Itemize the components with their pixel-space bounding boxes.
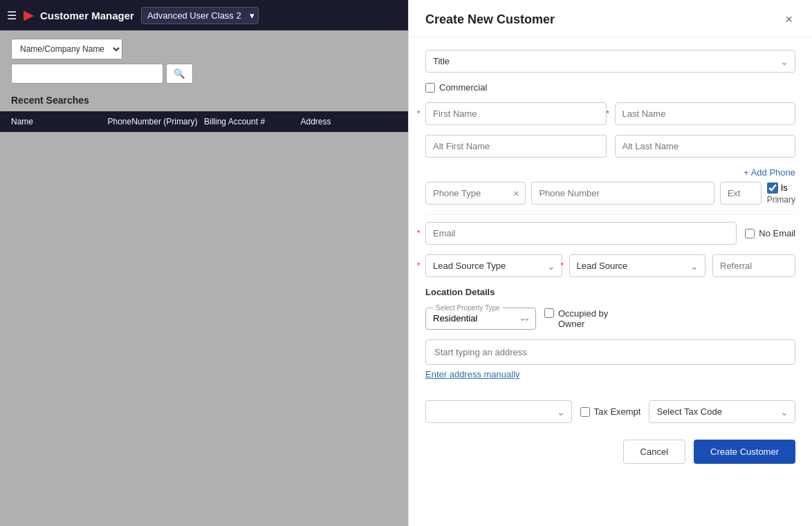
lead-source-type-wrap: * Lead Source Type bbox=[425, 254, 562, 277]
title-row: Title bbox=[425, 50, 795, 73]
address-input[interactable] bbox=[425, 339, 795, 365]
lead-source-type-select-wrap[interactable]: Lead Source Type bbox=[425, 254, 562, 277]
occupied-by-label: Occupied by bbox=[558, 308, 608, 319]
lead-source-required: * bbox=[561, 261, 564, 270]
email-row: * No Email bbox=[425, 222, 795, 245]
brand-name: Customer Manager bbox=[40, 10, 134, 21]
brand-logo: ▶ bbox=[24, 8, 33, 23]
email-input[interactable] bbox=[425, 222, 737, 245]
action-row: Cancel Create Customer bbox=[425, 434, 795, 464]
last-name-input[interactable] bbox=[615, 102, 796, 125]
phone-number-input[interactable] bbox=[531, 182, 714, 205]
title-select-wrapper[interactable]: Title bbox=[425, 50, 795, 73]
search-section: Name/Company Name 🔍 bbox=[0, 30, 408, 89]
commercial-row: Commercial bbox=[425, 82, 795, 93]
phone-type-wrap bbox=[425, 182, 526, 205]
add-phone-button[interactable]: + Add Phone bbox=[744, 167, 795, 178]
lead-source-wrap: * Lead Source bbox=[569, 254, 706, 277]
tax-code-select[interactable]: Select Tax Code bbox=[649, 400, 795, 423]
alt-last-name-input[interactable] bbox=[615, 135, 796, 158]
empty-select-wrap[interactable] bbox=[425, 400, 572, 423]
name-row: * * bbox=[425, 102, 795, 125]
primary-sub-label: Primary bbox=[767, 195, 795, 205]
search-by-label: Name/Company Name bbox=[11, 39, 122, 59]
modal-title: Create New Customer bbox=[425, 12, 555, 27]
location-label: Location Details bbox=[425, 287, 795, 297]
last-name-wrap: * bbox=[615, 102, 796, 125]
is-primary-wrap: Is Primary bbox=[767, 182, 795, 205]
bottom-row: Tax Exempt Select Tax Code bbox=[425, 393, 795, 423]
property-type-select[interactable]: Residential bbox=[433, 312, 516, 325]
empty-select[interactable] bbox=[425, 400, 572, 423]
ext-input[interactable] bbox=[720, 182, 762, 205]
email-required: * bbox=[417, 229, 420, 237]
col-name: Name bbox=[11, 117, 108, 126]
owner-label: Owner bbox=[558, 319, 608, 329]
phone-row: Is Primary bbox=[425, 182, 795, 205]
is-primary-checkbox[interactable] bbox=[767, 182, 778, 194]
first-name-wrap: * bbox=[425, 102, 607, 125]
left-panel: ☰ ▶ Customer Manager Advanced User Class… bbox=[0, 0, 408, 526]
referral-input[interactable] bbox=[712, 254, 795, 277]
is-primary-label: Is bbox=[781, 182, 788, 193]
col-phone: PhoneNumber (Primary) bbox=[108, 117, 205, 126]
alt-name-row bbox=[425, 135, 795, 158]
col-address: Address bbox=[301, 117, 398, 126]
tax-code-select-wrap[interactable]: Select Tax Code bbox=[649, 400, 795, 423]
col-billing: Billing Account # bbox=[204, 117, 301, 126]
enter-address-link[interactable]: Enter address manually bbox=[425, 369, 795, 379]
recent-searches-label: Recent Searches bbox=[0, 89, 408, 111]
occupied-checkbox[interactable] bbox=[544, 308, 554, 318]
divider-1 bbox=[425, 214, 795, 215]
property-select-wrap: Select Property Type Residential ⌄ bbox=[425, 304, 536, 330]
search-input[interactable] bbox=[11, 64, 163, 84]
property-row: Select Property Type Residential ⌄ Occup… bbox=[425, 304, 795, 330]
location-section: Location Details Select Property Type Re… bbox=[425, 287, 795, 379]
alt-first-name-input[interactable] bbox=[425, 135, 607, 158]
class-dropdown-wrapper[interactable]: Advanced User Class 2 bbox=[141, 7, 259, 24]
no-email-wrap: No Email bbox=[745, 228, 795, 238]
phone-type-input[interactable] bbox=[425, 182, 526, 205]
top-bar: ☰ ▶ Customer Manager Advanced User Class… bbox=[0, 0, 408, 30]
modal-body: Title Commercial * * + Ad bbox=[409, 37, 812, 476]
property-type-legend: Select Property Type bbox=[433, 304, 503, 312]
cancel-button[interactable]: Cancel bbox=[623, 440, 685, 464]
class-dropdown[interactable]: Advanced User Class 2 bbox=[141, 7, 259, 24]
tax-exempt-label: Tax Exempt bbox=[594, 406, 641, 417]
email-wrap: * bbox=[425, 222, 737, 245]
commercial-checkbox[interactable] bbox=[425, 83, 435, 93]
search-row: 🔍 bbox=[11, 64, 397, 84]
hamburger-icon[interactable]: ☰ bbox=[7, 9, 17, 22]
property-select-fieldset: Select Property Type Residential bbox=[425, 304, 536, 330]
create-customer-button[interactable]: Create Customer bbox=[694, 440, 795, 464]
create-customer-modal: Create New Customer × Title Commercial *… bbox=[408, 0, 812, 526]
search-button[interactable]: 🔍 bbox=[166, 64, 193, 84]
add-phone-row: + Add Phone bbox=[425, 167, 795, 178]
title-select[interactable]: Title bbox=[425, 50, 795, 73]
modal-header: Create New Customer × bbox=[409, 0, 812, 37]
lead-source-type-required: * bbox=[417, 261, 420, 270]
first-name-input[interactable] bbox=[425, 102, 607, 125]
table-header: Name PhoneNumber (Primary) Billing Accou… bbox=[0, 111, 408, 132]
lead-source-select-wrap[interactable]: Lead Source bbox=[569, 254, 706, 277]
lead-source-select[interactable]: Lead Source bbox=[569, 254, 706, 277]
last-name-required: * bbox=[607, 109, 609, 118]
close-button[interactable]: × bbox=[782, 12, 795, 27]
no-email-checkbox[interactable] bbox=[745, 229, 755, 238]
first-name-required: * bbox=[417, 109, 420, 118]
search-by-select[interactable]: Name/Company Name bbox=[12, 39, 122, 59]
no-email-label: No Email bbox=[759, 228, 795, 238]
lead-source-row: * Lead Source Type * Lead Source bbox=[425, 254, 795, 277]
lead-source-type-select[interactable]: Lead Source Type bbox=[425, 254, 562, 277]
occupied-wrap: Occupied by Owner bbox=[544, 304, 608, 329]
tax-exempt-checkbox[interactable] bbox=[580, 407, 590, 417]
tax-exempt-wrap: Tax Exempt bbox=[580, 406, 641, 417]
commercial-label: Commercial bbox=[439, 82, 487, 93]
